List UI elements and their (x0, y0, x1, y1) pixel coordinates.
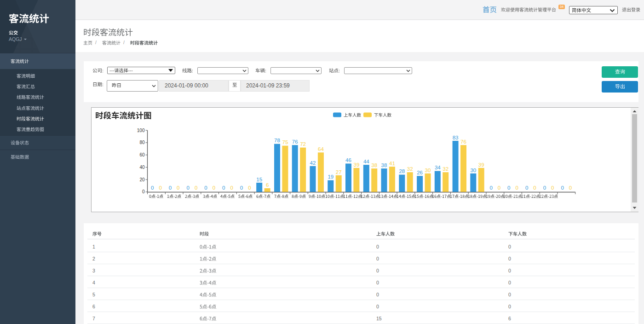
svg-text:19: 19 (328, 174, 334, 179)
svg-text:0: 0 (142, 189, 145, 194)
svg-text:0: 0 (230, 185, 233, 191)
svg-text:83: 83 (453, 135, 459, 140)
svg-text:0: 0 (561, 185, 564, 191)
svg-text:75: 75 (282, 139, 288, 145)
svg-text:39: 39 (478, 162, 484, 168)
svg-text:32: 32 (443, 166, 448, 172)
svg-text:20: 20 (139, 177, 145, 182)
svg-text:34: 34 (435, 165, 441, 170)
svg-text:30: 30 (425, 168, 431, 173)
svg-text:27: 27 (336, 169, 342, 175)
svg-text:30: 30 (470, 168, 476, 173)
svg-text:41: 41 (389, 161, 395, 166)
svg-text:100: 100 (137, 128, 145, 133)
svg-text:6: 6 (266, 182, 269, 188)
svg-text:0: 0 (151, 185, 154, 191)
svg-text:0: 0 (489, 185, 492, 191)
svg-text:0: 0 (498, 185, 500, 191)
svg-text:32: 32 (407, 166, 413, 172)
svg-text:44: 44 (363, 159, 369, 164)
svg-text:0: 0 (543, 185, 546, 191)
svg-text:39: 39 (354, 162, 360, 168)
svg-text:38: 38 (371, 162, 377, 168)
svg-text:0: 0 (248, 185, 251, 191)
svg-text:60: 60 (139, 152, 145, 157)
svg-text:0: 0 (525, 185, 528, 191)
svg-text:26: 26 (417, 170, 423, 175)
svg-text:0: 0 (515, 185, 518, 191)
svg-text:42: 42 (310, 160, 316, 166)
svg-text:28: 28 (399, 168, 405, 174)
svg-text:64: 64 (318, 146, 324, 152)
svg-text:38: 38 (381, 162, 387, 168)
svg-text:15: 15 (256, 177, 262, 182)
svg-text:0: 0 (169, 185, 172, 191)
svg-text:0: 0 (159, 185, 161, 191)
svg-text:72: 72 (300, 141, 306, 147)
svg-text:46: 46 (345, 157, 351, 163)
svg-text:0: 0 (186, 185, 189, 191)
svg-text:0: 0 (213, 185, 215, 191)
svg-text:80: 80 (139, 140, 145, 145)
svg-text:0: 0 (240, 185, 243, 191)
svg-text:0: 0 (204, 185, 207, 191)
svg-text:0: 0 (195, 185, 197, 191)
svg-text:78: 78 (274, 138, 280, 143)
svg-text:0: 0 (177, 185, 179, 191)
svg-text:0: 0 (222, 185, 225, 191)
svg-text:76: 76 (460, 139, 466, 145)
svg-text:0: 0 (551, 185, 554, 191)
svg-text:40: 40 (139, 165, 145, 170)
svg-text:0: 0 (569, 185, 572, 191)
svg-text:0: 0 (507, 185, 510, 191)
svg-text:76: 76 (292, 139, 298, 145)
svg-text:0: 0 (533, 185, 536, 191)
